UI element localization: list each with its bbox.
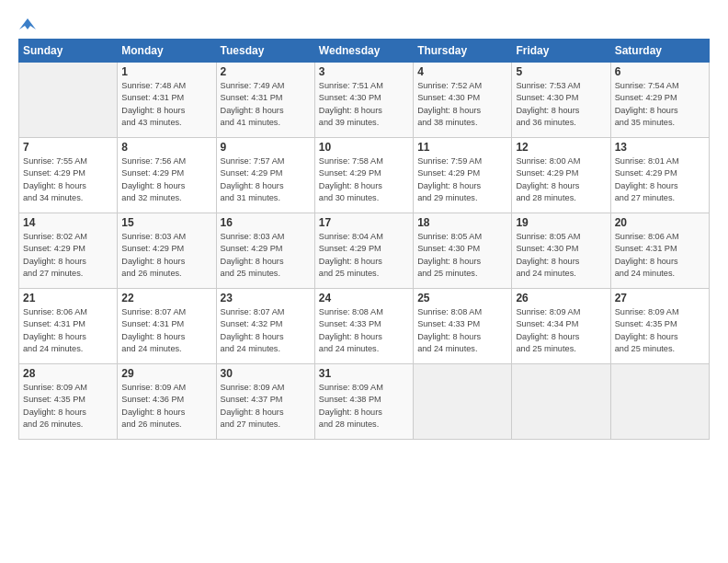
day-number: 8 [121,141,211,154]
day-number: 19 [516,216,606,229]
day-number: 9 [221,141,311,154]
day-cell [414,364,512,440]
day-info: Sunrise: 8:07 AMSunset: 4:31 PMDaylight:… [121,306,211,355]
day-cell: 21Sunrise: 8:06 AMSunset: 4:31 PMDayligh… [19,289,118,364]
day-number: 23 [221,292,311,304]
day-info: Sunrise: 8:09 AMSunset: 4:34 PMDaylight:… [516,306,606,355]
logo-bird-icon [19,17,36,33]
day-number: 15 [121,216,211,229]
day-cell: 9Sunrise: 7:57 AMSunset: 4:29 PMDaylight… [216,138,314,213]
day-number: 17 [319,216,409,229]
day-info: Sunrise: 7:48 AMSunset: 4:31 PMDaylight:… [121,80,211,129]
day-cell: 17Sunrise: 8:04 AMSunset: 4:29 PMDayligh… [314,213,413,289]
day-info: Sunrise: 7:54 AMSunset: 4:29 PMDaylight:… [615,80,705,129]
day-cell: 30Sunrise: 8:09 AMSunset: 4:37 PMDayligh… [216,364,314,440]
logo [18,17,37,29]
day-info: Sunrise: 7:57 AMSunset: 4:29 PMDaylight:… [221,155,311,204]
col-header-thursday: Thursday [414,40,512,63]
day-number: 4 [417,65,507,78]
week-row-2: 7Sunrise: 7:55 AMSunset: 4:29 PMDaylight… [19,138,710,213]
day-info: Sunrise: 7:52 AMSunset: 4:30 PMDaylight:… [417,80,507,129]
day-info: Sunrise: 8:09 AMSunset: 4:36 PMDaylight:… [121,382,211,431]
day-number: 28 [23,367,113,380]
col-header-friday: Friday [512,40,610,63]
col-header-sunday: Sunday [19,40,118,63]
day-info: Sunrise: 7:53 AMSunset: 4:30 PMDaylight:… [516,80,606,129]
day-cell: 10Sunrise: 7:58 AMSunset: 4:29 PMDayligh… [314,138,413,213]
day-cell: 19Sunrise: 8:05 AMSunset: 4:30 PMDayligh… [512,213,610,289]
day-cell: 1Sunrise: 7:48 AMSunset: 4:31 PMDaylight… [118,63,216,138]
day-number: 26 [516,292,606,304]
day-info: Sunrise: 8:09 AMSunset: 4:37 PMDaylight:… [221,382,311,431]
day-info: Sunrise: 8:05 AMSunset: 4:30 PMDaylight:… [516,231,606,280]
day-info: Sunrise: 8:01 AMSunset: 4:29 PMDaylight:… [615,155,705,204]
day-number: 30 [221,367,311,380]
day-number: 10 [319,141,409,154]
svg-marker-0 [19,18,36,29]
day-number: 14 [23,216,113,229]
day-number: 16 [221,216,311,229]
week-row-3: 14Sunrise: 8:02 AMSunset: 4:29 PMDayligh… [19,213,710,289]
day-cell: 25Sunrise: 8:08 AMSunset: 4:33 PMDayligh… [414,289,512,364]
page: SundayMondayTuesdayWednesdayThursdayFrid… [0,0,728,563]
col-header-tuesday: Tuesday [216,40,314,63]
day-number: 24 [319,292,409,304]
day-cell [19,63,118,138]
day-cell: 7Sunrise: 7:55 AMSunset: 4:29 PMDaylight… [19,138,118,213]
day-number: 6 [615,65,705,78]
day-cell [610,364,709,440]
day-number: 1 [121,65,211,78]
day-cell [512,364,610,440]
day-info: Sunrise: 8:07 AMSunset: 4:32 PMDaylight:… [221,306,311,355]
day-info: Sunrise: 7:56 AMSunset: 4:29 PMDaylight:… [121,155,211,204]
header [18,17,710,29]
day-number: 12 [516,141,606,154]
day-cell: 8Sunrise: 7:56 AMSunset: 4:29 PMDaylight… [118,138,216,213]
day-info: Sunrise: 8:09 AMSunset: 4:35 PMDaylight:… [23,382,113,431]
day-number: 27 [615,292,705,304]
day-number: 3 [319,65,409,78]
day-cell: 24Sunrise: 8:08 AMSunset: 4:33 PMDayligh… [314,289,413,364]
day-cell: 3Sunrise: 7:51 AMSunset: 4:30 PMDaylight… [314,63,413,138]
day-cell: 5Sunrise: 7:53 AMSunset: 4:30 PMDaylight… [512,63,610,138]
col-header-monday: Monday [118,40,216,63]
day-cell: 23Sunrise: 8:07 AMSunset: 4:32 PMDayligh… [216,289,314,364]
day-cell: 4Sunrise: 7:52 AMSunset: 4:30 PMDaylight… [414,63,512,138]
day-number: 7 [23,141,113,154]
day-number: 18 [417,216,507,229]
day-info: Sunrise: 8:04 AMSunset: 4:29 PMDaylight:… [319,231,409,280]
week-row-5: 28Sunrise: 8:09 AMSunset: 4:35 PMDayligh… [19,364,710,440]
day-cell: 16Sunrise: 8:03 AMSunset: 4:29 PMDayligh… [216,213,314,289]
day-cell: 11Sunrise: 7:59 AMSunset: 4:29 PMDayligh… [414,138,512,213]
day-cell: 31Sunrise: 8:09 AMSunset: 4:38 PMDayligh… [314,364,413,440]
day-info: Sunrise: 7:59 AMSunset: 4:29 PMDaylight:… [417,155,507,204]
day-number: 22 [121,292,211,304]
day-cell: 29Sunrise: 8:09 AMSunset: 4:36 PMDayligh… [118,364,216,440]
day-info: Sunrise: 8:05 AMSunset: 4:30 PMDaylight:… [417,231,507,280]
day-info: Sunrise: 8:09 AMSunset: 4:38 PMDaylight:… [319,382,409,431]
col-header-wednesday: Wednesday [314,40,413,63]
day-info: Sunrise: 7:55 AMSunset: 4:29 PMDaylight:… [23,155,113,204]
day-cell: 20Sunrise: 8:06 AMSunset: 4:31 PMDayligh… [610,213,709,289]
day-info: Sunrise: 8:09 AMSunset: 4:35 PMDaylight:… [615,306,705,355]
day-info: Sunrise: 7:49 AMSunset: 4:31 PMDaylight:… [221,80,311,129]
day-cell: 26Sunrise: 8:09 AMSunset: 4:34 PMDayligh… [512,289,610,364]
day-cell: 6Sunrise: 7:54 AMSunset: 4:29 PMDaylight… [610,63,709,138]
col-header-saturday: Saturday [610,40,709,63]
day-number: 13 [615,141,705,154]
day-cell: 27Sunrise: 8:09 AMSunset: 4:35 PMDayligh… [610,289,709,364]
day-cell: 28Sunrise: 8:09 AMSunset: 4:35 PMDayligh… [19,364,118,440]
week-row-4: 21Sunrise: 8:06 AMSunset: 4:31 PMDayligh… [19,289,710,364]
day-cell: 18Sunrise: 8:05 AMSunset: 4:30 PMDayligh… [414,213,512,289]
day-number: 21 [23,292,113,304]
day-info: Sunrise: 8:00 AMSunset: 4:29 PMDaylight:… [516,155,606,204]
day-info: Sunrise: 8:02 AMSunset: 4:29 PMDaylight:… [23,231,113,280]
day-number: 31 [319,367,409,380]
week-row-1: 1Sunrise: 7:48 AMSunset: 4:31 PMDaylight… [19,63,710,138]
day-cell: 12Sunrise: 8:00 AMSunset: 4:29 PMDayligh… [512,138,610,213]
day-info: Sunrise: 7:58 AMSunset: 4:29 PMDaylight:… [319,155,409,204]
header-row: SundayMondayTuesdayWednesdayThursdayFrid… [19,40,710,63]
day-info: Sunrise: 8:03 AMSunset: 4:29 PMDaylight:… [121,231,211,280]
day-number: 5 [516,65,606,78]
calendar-table: SundayMondayTuesdayWednesdayThursdayFrid… [18,39,710,440]
